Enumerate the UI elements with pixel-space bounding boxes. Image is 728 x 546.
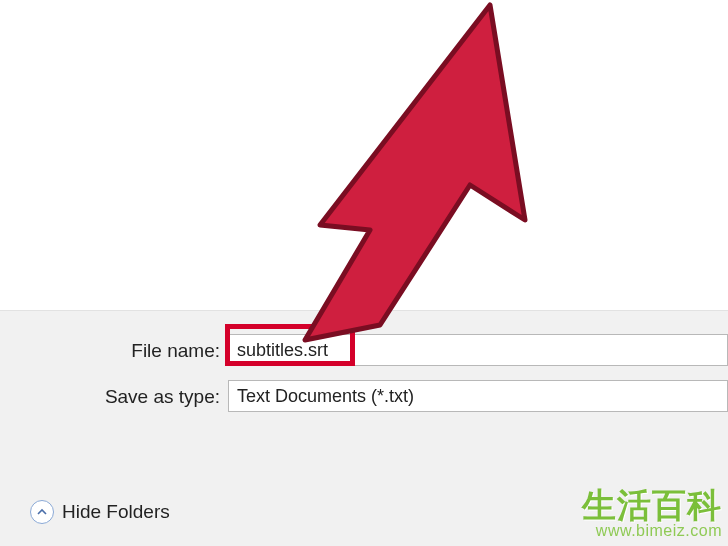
- file-browser-pane: [0, 0, 728, 310]
- savetype-label: Save as type:: [0, 386, 220, 408]
- hide-folders-label: Hide Folders: [62, 501, 170, 523]
- filename-field-wrap: [228, 334, 728, 368]
- dialog-canvas: File name: Save as type: Text Documents …: [0, 0, 728, 546]
- filename-row: File name:: [0, 333, 728, 369]
- savetype-field-wrap: Text Documents (*.txt): [228, 380, 728, 414]
- save-form-area: File name: Save as type: Text Documents …: [0, 310, 728, 461]
- savetype-combobox[interactable]: Text Documents (*.txt): [228, 380, 728, 412]
- filename-label: File name:: [0, 340, 220, 362]
- hide-folders-toggle[interactable]: Hide Folders: [30, 500, 170, 524]
- filename-input[interactable]: [228, 334, 728, 366]
- chevron-up-icon: [30, 500, 54, 524]
- savetype-row: Save as type: Text Documents (*.txt): [0, 379, 728, 415]
- savetype-value: Text Documents (*.txt): [237, 386, 414, 407]
